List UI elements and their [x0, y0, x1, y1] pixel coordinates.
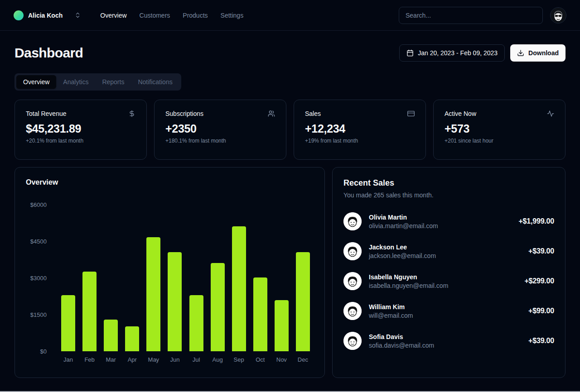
- dollar-sign-icon: [128, 110, 135, 117]
- top-nav: Alicia Koch Overview Customers Products …: [0, 0, 580, 31]
- sale-row: Sofia Davis sofia.davis@email.com +$39.0…: [343, 332, 554, 350]
- sale-amount: +$1,999.00: [518, 217, 554, 225]
- stat-card: Sales +12,234 +19% from last month: [294, 100, 426, 160]
- overview-chart-card: Overview $0$1500$3000$4500$6000 JanFebMa…: [14, 167, 325, 378]
- stat-title: Sales: [305, 110, 321, 117]
- chart-bar-nov: [275, 300, 289, 351]
- chart-x-axis: JanFebMarAprMayJunJulAugSepOctNovDec: [58, 356, 314, 363]
- calendar-icon: [406, 49, 414, 57]
- recent-sales-card: Recent Sales You made 265 sales this mon…: [332, 167, 566, 378]
- y-tick-label: $1500: [30, 311, 47, 318]
- customer-face-icon: [343, 272, 362, 290]
- chart-bar-dec: [296, 252, 310, 351]
- customer-name: Jackson Lee: [369, 244, 436, 251]
- date-range-picker[interactable]: Jan 20, 2023 - Feb 09, 2023: [399, 44, 505, 62]
- users-icon: [268, 110, 275, 117]
- date-range-label: Jan 20, 2023 - Feb 09, 2023: [418, 49, 498, 57]
- stat-value: $45,231.89: [26, 122, 135, 135]
- download-label: Download: [528, 49, 559, 57]
- download-button[interactable]: Download: [510, 44, 566, 62]
- stat-card: Total Revenue $45,231.89 +20.1% from las…: [14, 100, 147, 160]
- stat-title: Total Revenue: [26, 110, 67, 117]
- y-tick-label: $0: [40, 348, 47, 355]
- activity-icon: [547, 110, 554, 117]
- customer-email: isabella.nguyen@email.com: [369, 282, 448, 289]
- bar-slot: [250, 277, 271, 351]
- sale-amount: +$39.00: [528, 337, 554, 345]
- stat-title: Subscriptions: [165, 110, 203, 117]
- chart-bar-sep: [232, 226, 246, 351]
- chart-bar-mar: [104, 320, 118, 351]
- credit-card-icon: [407, 110, 415, 117]
- stat-change: +180.1% from last month: [165, 138, 275, 144]
- sale-row: Jackson Lee jackson.lee@email.com +$39.0…: [343, 242, 554, 260]
- tab-notifications[interactable]: Notifications: [131, 75, 179, 89]
- customer-name: Olivia Martin: [369, 214, 438, 221]
- bar-chart: $0$1500$3000$4500$6000 JanFebMarAprMayJu…: [26, 205, 314, 363]
- stat-value: +573: [445, 122, 554, 135]
- tab-overview[interactable]: Overview: [16, 75, 56, 89]
- chevrons-up-down-icon[interactable]: [74, 12, 81, 19]
- x-tick-label: Oct: [250, 356, 271, 363]
- nav-link-overview[interactable]: Overview: [100, 12, 126, 19]
- stat-value: +12,234: [305, 122, 415, 135]
- bar-slot: [100, 320, 121, 351]
- x-tick-label: Sep: [228, 356, 250, 363]
- sale-amount: +$99.00: [528, 307, 554, 315]
- customer-email: jackson.lee@email.com: [369, 252, 436, 259]
- team-switcher[interactable]: Alicia Koch: [14, 10, 63, 20]
- main-nav: Overview Customers Products Settings: [100, 12, 243, 19]
- customer-face-icon: [343, 332, 362, 350]
- x-tick-label: Jul: [185, 356, 207, 363]
- customer-avatar: [343, 272, 362, 290]
- customer-avatar: [343, 242, 362, 260]
- customer-email: olivia.martin@email.com: [369, 222, 438, 229]
- bar-slot: [121, 326, 143, 351]
- sale-row: William Kim will@email.com +$99.00: [343, 302, 554, 320]
- y-tick-label: $6000: [30, 201, 47, 208]
- tab-analytics[interactable]: Analytics: [56, 75, 95, 89]
- stat-change: +20.1% from last month: [26, 138, 135, 144]
- bar-slot: [228, 226, 250, 351]
- nav-link-settings[interactable]: Settings: [221, 12, 244, 19]
- tabs-list: Overview Analytics Reports Notifications: [14, 73, 181, 91]
- sale-amount: +$39.00: [528, 247, 554, 255]
- user-menu-avatar[interactable]: [550, 7, 566, 24]
- dashboard-page: Dashboard Jan 20, 2023 - Feb 09, 2023 Do…: [0, 44, 580, 378]
- download-icon: [517, 49, 524, 57]
- sale-row: Olivia Martin olivia.martin@email.com +$…: [343, 212, 554, 230]
- recent-sales-list: Olivia Martin olivia.martin@email.com +$…: [343, 212, 554, 350]
- customer-name: Sofia Davis: [369, 333, 434, 340]
- recent-sales-title: Recent Sales: [343, 178, 554, 188]
- main-grid: Overview $0$1500$3000$4500$6000 JanFebMa…: [14, 167, 566, 378]
- x-tick-label: Apr: [121, 356, 143, 363]
- chart-bar-may: [146, 237, 160, 351]
- team-name: Alicia Koch: [28, 12, 63, 19]
- nav-link-products[interactable]: Products: [183, 12, 208, 19]
- page-title: Dashboard: [14, 45, 83, 61]
- header-actions: Jan 20, 2023 - Feb 09, 2023 Download: [399, 44, 566, 62]
- customer-email: sofia.davis@email.com: [369, 342, 434, 349]
- tab-reports[interactable]: Reports: [95, 75, 131, 89]
- sale-amount: +$299.00: [524, 277, 554, 285]
- chart-bar-feb: [82, 272, 97, 351]
- search-input[interactable]: [399, 7, 543, 24]
- stat-cards: Total Revenue $45,231.89 +20.1% from las…: [14, 100, 566, 160]
- chart-bar-jan: [61, 295, 75, 351]
- stat-card: Subscriptions +2350 +180.1% from last mo…: [154, 100, 286, 160]
- chart-y-axis: $0$1500$3000$4500$6000: [26, 205, 58, 351]
- bar-slot: [164, 252, 185, 351]
- x-tick-label: May: [143, 356, 164, 363]
- customer-name: Isabella Nguyen: [369, 273, 448, 281]
- chart-bar-jun: [168, 252, 182, 351]
- bar-slot: [207, 263, 228, 351]
- customer-name: William Kim: [369, 303, 413, 311]
- bar-slot: [79, 272, 100, 351]
- customer-face-icon: [343, 212, 362, 230]
- x-tick-label: Aug: [207, 356, 228, 363]
- bar-slot: [292, 252, 314, 351]
- customer-email: will@email.com: [369, 312, 413, 319]
- customer-face-icon: [343, 302, 362, 320]
- sale-row: Isabella Nguyen isabella.nguyen@email.co…: [343, 272, 554, 290]
- nav-link-customers[interactable]: Customers: [140, 12, 170, 19]
